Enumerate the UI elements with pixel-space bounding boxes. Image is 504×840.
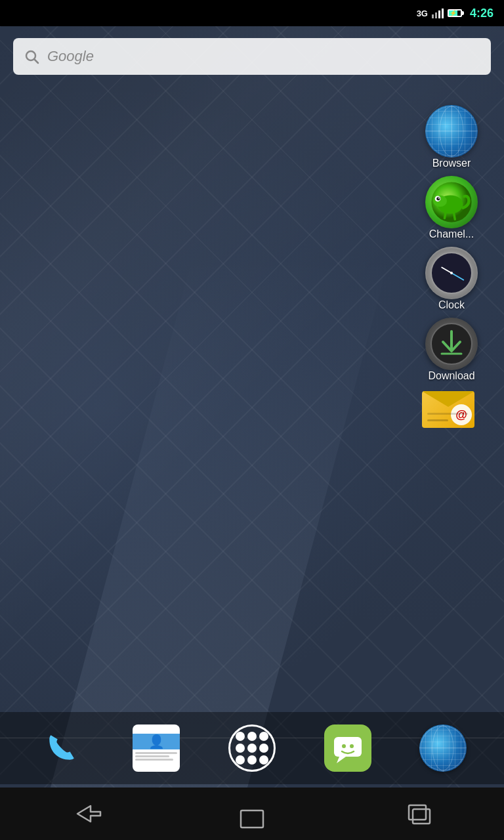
signal-icon (432, 8, 444, 18)
svg-rect-24 (413, 809, 430, 824)
status-time: 4:26 (470, 7, 494, 20)
browser-icon-img (425, 105, 478, 158)
browser-app-icon[interactable]: Browser (412, 105, 491, 169)
svg-rect-25 (409, 805, 426, 820)
chameleon-icon-img (425, 176, 478, 228)
email-icon-img: @ (422, 391, 481, 433)
dock-apps[interactable] (222, 724, 282, 772)
clock-icon-img (425, 247, 478, 299)
chameleon-app-icon[interactable]: Chamel... (412, 176, 491, 240)
svg-line-1 (35, 60, 39, 64)
apps-icon (228, 724, 276, 772)
messaging-icon (324, 724, 371, 772)
nav-back-button[interactable] (58, 797, 110, 830)
search-placeholder: Google (47, 48, 94, 65)
svg-line-13 (454, 213, 455, 220)
dock-contacts[interactable]: 👤 (127, 724, 186, 772)
phone-icon (37, 724, 85, 772)
app-icons-container: Browser (412, 105, 491, 433)
dock-browser[interactable] (413, 724, 472, 772)
chameleon-app-label: Chamel... (429, 228, 474, 240)
download-app-label: Download (428, 370, 474, 382)
search-icon (24, 49, 39, 64)
svg-rect-23 (241, 810, 263, 828)
svg-point-18 (342, 744, 346, 748)
download-app-icon[interactable]: Download (412, 318, 491, 382)
svg-point-11 (438, 198, 440, 199)
battery-icon: ⚡ (448, 9, 462, 17)
download-icon-img (425, 318, 478, 370)
nav-home-button[interactable] (226, 797, 278, 830)
dock-messaging[interactable] (318, 724, 377, 772)
clock-app-icon[interactable]: Clock (412, 247, 491, 311)
network-indicator: 3G (417, 9, 428, 18)
svg-marker-17 (337, 757, 346, 763)
contacts-icon: 👤 (133, 724, 180, 772)
svg-point-10 (436, 197, 440, 200)
svg-point-19 (350, 744, 354, 748)
dock: 👤 (0, 712, 504, 784)
nav-bar (0, 788, 504, 840)
status-bar: 3G ⚡ 4:26 (0, 0, 504, 26)
nav-recent-button[interactable] (394, 797, 446, 830)
clock-app-label: Clock (438, 299, 465, 311)
svg-line-12 (445, 211, 446, 219)
dock-phone[interactable] (32, 724, 91, 772)
browser-app-label: Browser (432, 158, 471, 169)
email-app-icon[interactable]: @ (412, 391, 491, 433)
browser-dock-icon (419, 724, 467, 772)
search-bar[interactable]: Google (13, 38, 491, 75)
